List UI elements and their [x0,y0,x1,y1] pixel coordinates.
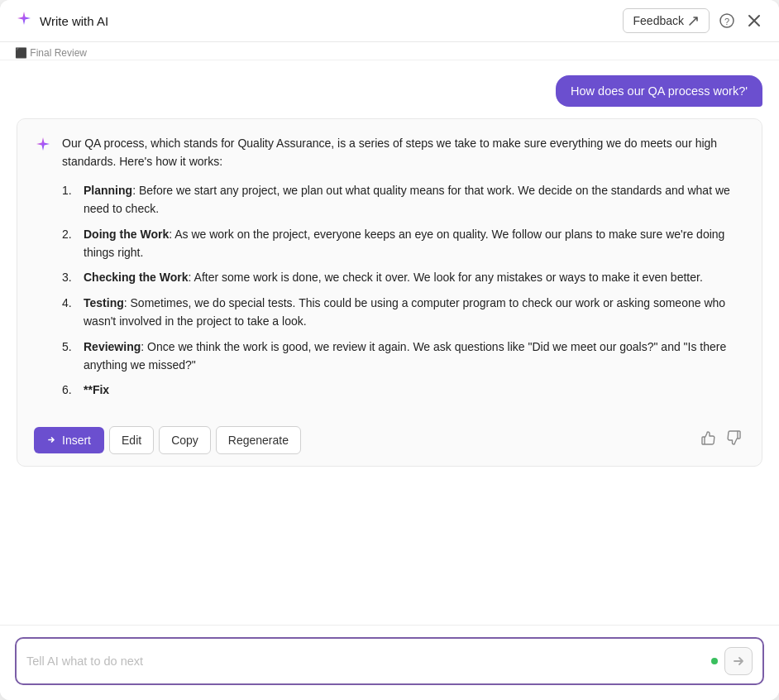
ai-logo-icon [15,10,33,31]
feedback-button[interactable]: Feedback [623,8,710,33]
thumbs-up-button[interactable] [697,428,719,452]
insert-label: Insert [62,434,91,447]
status-dot-icon [711,658,718,664]
thumbs-down-icon [727,430,742,445]
thumbs-down-button[interactable] [724,428,745,452]
edit-button[interactable]: Edit [109,426,154,454]
insert-button[interactable]: Insert [34,427,104,453]
svg-text:?: ? [724,17,729,26]
list-item: 6. **Fix [62,381,745,399]
item-bold-5: Reviewing [84,340,141,353]
insert-icon [47,434,58,445]
ai-response-card: Our QA process, which stands for Quality… [17,118,762,467]
topbar: Write with AI Feedback ? [0,0,779,42]
list-item: 2. Doing the Work: As we work on the pro… [62,225,745,262]
close-icon [748,14,761,27]
user-message: How does our QA process work?' [556,75,762,107]
topbar-left: Write with AI [15,10,108,31]
breadcrumb: ⬛ Final Review [0,42,779,60]
action-row: Insert Edit Copy Regenerate [34,426,745,454]
list-item: 3. Checking the Work: After some work is… [62,268,745,286]
help-button[interactable]: ? [716,10,738,31]
list-item: 1. Planning: Before we start any project… [62,181,745,218]
close-button[interactable] [744,11,764,31]
item-bold-4: Testing [84,296,124,309]
chat-input[interactable] [26,654,705,668]
item-bold-1: Planning [84,184,132,197]
chat-area: How does our QA process work?' [0,60,779,625]
external-link-icon [688,16,699,26]
input-wrapper [15,637,764,685]
ai-intro-text: Our QA process, which stands for Quality… [62,134,745,171]
list-item: 5. Reviewing: Once we think the work is … [62,338,745,375]
copy-button[interactable]: Copy [159,426,211,454]
ai-response-header: Our QA process, which stands for Quality… [34,134,745,406]
item-bold-2: Doing the Work [84,228,169,241]
send-button[interactable] [724,647,753,675]
send-icon [732,654,745,668]
item-bold-3: Checking the Work [84,271,189,284]
ai-list: 1. Planning: Before we start any project… [62,181,745,400]
input-area [0,625,779,700]
breadcrumb-text: ⬛ Final Review [15,47,87,59]
list-item: 4. Testing: Sometimes, we do special tes… [62,294,745,331]
feedback-icons [697,428,745,452]
topbar-right: Feedback ? [623,8,764,33]
ai-avatar-icon [34,136,52,157]
ai-response-body: Our QA process, which stands for Quality… [62,134,745,406]
regenerate-button[interactable]: Regenerate [216,426,301,454]
thumbs-up-icon [700,430,715,445]
item-bold-6: **Fix [84,383,109,396]
feedback-label: Feedback [633,14,684,27]
app-title: Write with AI [40,14,108,28]
help-icon: ? [719,13,734,28]
